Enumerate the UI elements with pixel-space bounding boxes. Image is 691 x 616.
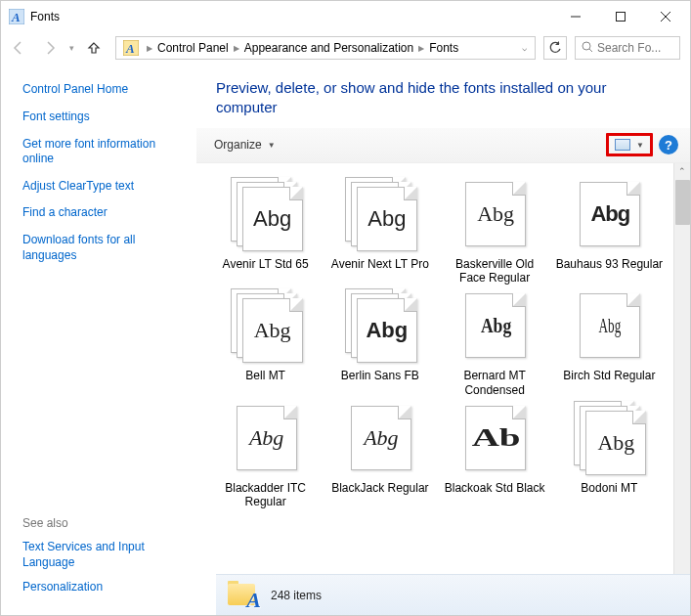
- font-grid: AbgAvenir LT Std 65AbgAvenir Next LT Pro…: [196, 163, 690, 509]
- chevron-right-icon[interactable]: ▶: [231, 44, 242, 53]
- font-item[interactable]: AbgAvenir Next LT Pro: [323, 177, 437, 286]
- view-options-button[interactable]: ▼: [606, 133, 653, 156]
- breadcrumb-root-icon: A: [122, 39, 140, 57]
- see-also-link[interactable]: Personalization: [22, 580, 185, 595]
- titlebar: A Fonts: [1, 1, 690, 31]
- font-item[interactable]: AbgBlackadder ITC Regular: [208, 401, 323, 509]
- breadcrumb-item[interactable]: Fonts: [427, 41, 460, 55]
- recent-locations-button[interactable]: ▾: [67, 43, 76, 53]
- sidebar-link[interactable]: Adjust ClearType text: [22, 179, 185, 195]
- font-label: BlackJack Regular: [331, 481, 428, 495]
- font-preview-icon: Ab: [455, 401, 534, 475]
- see-also-link[interactable]: Text Services and Input Language: [22, 540, 185, 570]
- font-item[interactable]: AbgBauhaus 93 Regular: [552, 177, 667, 286]
- scroll-up-button[interactable]: ⌃: [674, 163, 690, 180]
- font-preview-icon: Abg: [570, 288, 648, 363]
- status-bar: A 248 items: [216, 574, 690, 615]
- page-heading: Preview, delete, or show and hide the fo…: [196, 65, 690, 128]
- sidebar-link[interactable]: Download fonts for all languages: [22, 233, 185, 263]
- back-button[interactable]: [5, 34, 32, 62]
- font-item[interactable]: AbgAvenir LT Std 65: [208, 177, 323, 286]
- minimize-button[interactable]: [553, 2, 598, 31]
- breadcrumb-item[interactable]: Control Panel: [155, 41, 231, 55]
- sidebar-link[interactable]: Get more font information online: [22, 137, 185, 167]
- font-item[interactable]: AbgBaskerville Old Face Regular: [438, 177, 552, 286]
- chevron-right-icon[interactable]: ▶: [415, 44, 427, 53]
- scroll-thumb[interactable]: [675, 180, 690, 225]
- font-preview-icon: Abg: [227, 401, 305, 475]
- view-icon: [615, 139, 630, 151]
- breadcrumb-item[interactable]: Appearance and Personalization: [242, 41, 415, 55]
- font-preview-icon: Abg: [341, 177, 419, 251]
- toolbar: Organize ▼ ▼ ?: [196, 128, 690, 163]
- window-title: Fonts: [30, 10, 553, 23]
- font-item[interactable]: AbgBlackJack Regular: [323, 401, 437, 509]
- svg-rect-3: [617, 12, 626, 21]
- svg-line-9: [589, 49, 592, 52]
- font-item[interactable]: AbgBerlin Sans FB: [323, 288, 437, 397]
- font-label: Baskerville Old Face Regular: [441, 257, 548, 286]
- font-label: Birch Std Regular: [563, 369, 655, 382]
- font-label: Bell MT: [245, 369, 285, 382]
- vertical-scrollbar[interactable]: ⌃: [673, 163, 690, 575]
- search-placeholder: Search Fo...: [597, 41, 661, 55]
- font-label: Bauhaus 93 Regular: [556, 257, 663, 271]
- fonts-folder-icon: A: [228, 580, 259, 611]
- search-input[interactable]: Search Fo...: [575, 36, 680, 60]
- svg-text:A: A: [11, 10, 21, 24]
- font-item[interactable]: AbBlackoak Std Black: [438, 401, 552, 509]
- control-panel-home-link[interactable]: Control Panel Home: [22, 82, 185, 96]
- font-preview-icon: Abg: [227, 177, 305, 251]
- font-preview-icon: Abg: [570, 401, 648, 475]
- font-preview-icon: Abg: [341, 401, 419, 475]
- font-label: Blackadder ITC Regular: [212, 481, 320, 509]
- font-preview-icon: Abg: [455, 288, 534, 363]
- maximize-button[interactable]: [598, 2, 643, 31]
- svg-point-8: [583, 42, 590, 50]
- font-label: Bernard MT Condensed: [441, 369, 548, 397]
- organize-menu[interactable]: Organize ▼: [214, 138, 276, 152]
- font-preview-icon: Abg: [227, 288, 305, 363]
- font-item[interactable]: AbgBell MT: [208, 288, 323, 397]
- font-label: Avenir Next LT Pro: [331, 257, 429, 271]
- font-item[interactable]: AbgBirch Std Regular: [552, 288, 667, 397]
- see-also-heading: See also: [22, 516, 185, 530]
- sidebar-link[interactable]: Font settings: [22, 110, 185, 125]
- forward-button[interactable]: [36, 34, 64, 62]
- font-item[interactable]: AbgBodoni MT: [552, 401, 667, 509]
- close-button[interactable]: [643, 2, 688, 31]
- font-label: Blackoak Std Black: [445, 481, 545, 495]
- chevron-right-icon[interactable]: ▶: [144, 44, 155, 53]
- font-label: Bodoni MT: [581, 481, 637, 495]
- font-item[interactable]: AbgBernard MT Condensed: [438, 288, 552, 397]
- font-label: Berlin Sans FB: [341, 369, 419, 382]
- svg-text:A: A: [125, 41, 135, 56]
- status-count: 248 items: [271, 589, 322, 602]
- fonts-app-icon: A: [9, 9, 24, 24]
- font-label: Avenir LT Std 65: [223, 257, 309, 271]
- search-icon: [582, 41, 593, 56]
- up-button[interactable]: [80, 34, 108, 62]
- font-preview-icon: Abg: [455, 177, 534, 251]
- font-preview-icon: Abg: [341, 288, 419, 363]
- font-preview-icon: Abg: [570, 177, 648, 251]
- chevron-down-icon: ▼: [268, 141, 276, 150]
- sidebar-link[interactable]: Find a character: [22, 205, 185, 221]
- content-area: Preview, delete, or show and hide the fo…: [196, 65, 690, 615]
- sidebar: Control Panel Home Font settings Get mor…: [1, 65, 196, 615]
- chevron-down-icon: ▼: [636, 141, 644, 150]
- help-button[interactable]: ?: [659, 135, 678, 154]
- breadcrumb-box[interactable]: A ▶ Control Panel ▶ Appearance and Perso…: [115, 36, 536, 60]
- refresh-button[interactable]: [543, 36, 567, 60]
- breadcrumb-dropdown[interactable]: ⌵: [520, 43, 533, 53]
- address-bar: ▾ A ▶ Control Panel ▶ Appearance and Per…: [1, 31, 690, 65]
